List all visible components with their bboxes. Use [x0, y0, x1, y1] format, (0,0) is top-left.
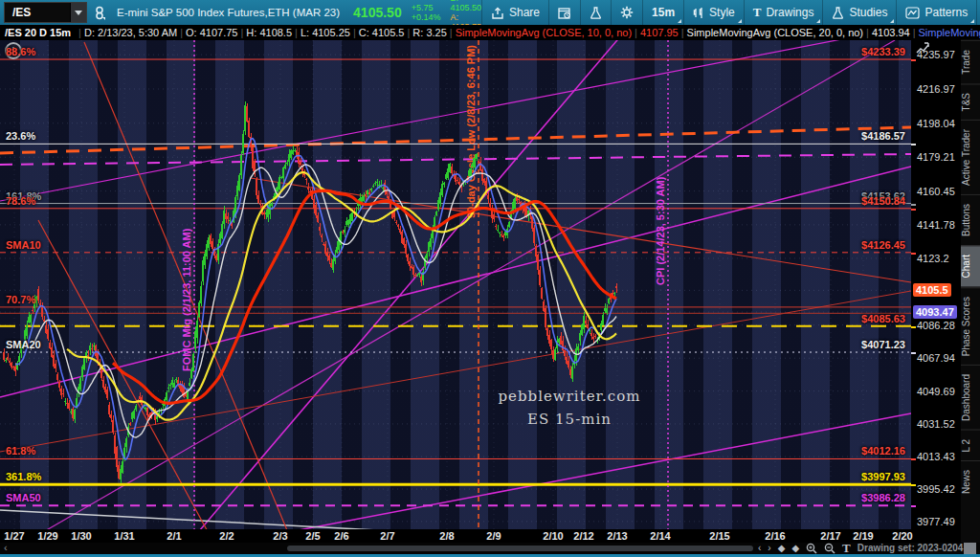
gear-icon	[620, 6, 634, 19]
sidebar-tab-active-trader[interactable]: Active Trader	[961, 120, 980, 194]
axis-level-tick	[911, 505, 916, 507]
trendline[interactable]	[0, 154, 911, 165]
symbol-input[interactable]: /ES	[4, 2, 87, 23]
trendline[interactable]	[0, 510, 900, 529]
time-axis-tick: 2/9	[486, 530, 501, 542]
study-value: 4103.94	[872, 27, 910, 38]
calendar-clock-icon	[558, 7, 571, 19]
sidebar-tab-phase-scores[interactable]: Phase Scores	[961, 287, 980, 365]
style-button[interactable]: Style	[683, 0, 744, 25]
axis-level-tick	[911, 352, 916, 354]
zoom-in-icon[interactable]	[806, 543, 817, 554]
time-axis-tick: 2/7	[380, 530, 394, 542]
share-button[interactable]: Share	[481, 0, 548, 25]
time-axis-tick: 2/20	[892, 530, 912, 542]
pan-icon-2[interactable]: ◆	[791, 543, 799, 553]
drawing-set-label[interactable]: Drawing set: 2023-0204	[858, 543, 964, 553]
style-label: Style	[709, 6, 735, 19]
analyze-button[interactable]	[580, 0, 611, 25]
scroll-left-icon[interactable]: ‹	[4, 542, 8, 553]
sidebar-tab-dashboard[interactable]: Dashboard	[961, 365, 980, 430]
study-label[interactable]: SimpleMovingAvg ...	[919, 27, 980, 38]
ohlc-field: C: 4105.5	[359, 27, 405, 38]
time-axis-tick: 2/12	[573, 530, 593, 542]
last-price: 4105.50	[353, 5, 402, 20]
nav-left-icon[interactable]: ‹	[758, 543, 761, 553]
ohlc-field: D: 2/13/23, 5:30 AM	[84, 27, 177, 38]
price-axis-tick: 4067.94	[917, 352, 955, 364]
study-label[interactable]: SimpleMovingAvg (CLOSE, 10, 0, no)	[456, 27, 632, 38]
top-toolbar: /ES E-mini S&P 500 Index Futures,ETH (MA…	[0, 0, 980, 25]
trendline[interactable]	[251, 178, 911, 282]
share-label: Share	[509, 6, 540, 19]
price-axis-tick: 3977.49	[917, 516, 955, 527]
menu-button[interactable]	[976, 0, 980, 25]
price-axis-tick: 4179.21	[917, 151, 955, 163]
link-status-icon[interactable]	[95, 6, 105, 20]
price-axis-tick: 4049.69	[917, 386, 955, 397]
trendline[interactable]	[0, 40, 857, 201]
symbol-dropdown-button[interactable]	[70, 3, 86, 22]
axis-level-tick	[911, 204, 916, 206]
time-axis-tick: 2/17	[820, 530, 840, 542]
calendar-button[interactable]	[548, 0, 580, 25]
trendline[interactable]	[0, 291, 911, 452]
patterns-label: Patterns	[924, 6, 968, 19]
sidebar-tab-l-2[interactable]: L 2	[961, 430, 980, 461]
time-axis-tick: 2/3	[273, 530, 287, 542]
pan-icon-1[interactable]: ◆	[778, 543, 786, 553]
time-axis-tick: 2/6	[334, 530, 348, 542]
price-change: +5.75	[412, 3, 441, 12]
symbol-value[interactable]: /ES	[5, 6, 70, 19]
scrollbar-thumb[interactable]	[287, 546, 753, 551]
axis-level-tick	[911, 144, 916, 145]
time-axis[interactable]: 1/271/291/301/312/12/22/32/52/62/72/82/9…	[0, 529, 911, 543]
price-axis-tick: 4141.78	[917, 219, 955, 231]
settings-button[interactable]	[611, 0, 642, 25]
time-axis-tick: 2/8	[439, 530, 454, 542]
watermark-symbol: ES 15-min	[498, 408, 640, 431]
drawings-button[interactable]: T Drawings	[744, 0, 823, 25]
moving-average-line	[67, 172, 616, 420]
timeframe-button[interactable]: 15m	[642, 0, 683, 25]
patterns-button[interactable]: Patterns	[896, 0, 976, 25]
ohlc-field: O: 4107.75	[186, 27, 237, 38]
text-tool-icon: T	[753, 5, 762, 20]
price-axis-tick: 4198.04	[917, 118, 955, 129]
watermark-site: pebblewriter.com	[498, 385, 640, 408]
trendline[interactable]	[177, 40, 622, 529]
sidebar-tab-t-s[interactable]: T&S	[961, 83, 980, 120]
sidebar-tabs: TradeT&SActive TraderButtonsChartPhase S…	[961, 40, 980, 554]
time-axis-tick: 2/19	[853, 530, 873, 542]
trendline[interactable]	[0, 167, 911, 397]
axis-level-tick	[911, 458, 916, 460]
sidebar-tab-news[interactable]: News	[961, 460, 980, 502]
ohlc-field: H: 4108.5	[246, 27, 292, 38]
time-axis-tick: 2/16	[765, 530, 785, 542]
zoom-out-icon[interactable]	[824, 543, 835, 554]
trendline[interactable]	[158, 413, 911, 529]
trendline[interactable]	[0, 127, 911, 153]
studies-button[interactable]: Studies	[822, 0, 896, 25]
axis-level-tick	[911, 209, 916, 211]
nav-right-icon[interactable]: ›	[768, 543, 770, 553]
patterns-icon	[905, 7, 920, 19]
axis-level-tick	[911, 253, 916, 255]
sidebar-tab-trade[interactable]: Trade	[961, 40, 980, 83]
candlestick-chart[interactable]: FOMC Mtg (2/1/23, 11:00 AM)90-day Cycle …	[0, 40, 911, 529]
resize-handle[interactable]	[964, 543, 976, 554]
drawings-label: Drawings	[766, 6, 813, 19]
chart-title: /ES 20 D 15m	[0, 27, 76, 38]
price-axis-tick: 4013.43	[917, 451, 955, 462]
price-axis-tick: 4123.2	[917, 253, 949, 264]
sidebar-tab-chart[interactable]: Chart	[961, 245, 980, 286]
chart-plot[interactable]: FOMC Mtg (2/1/23, 11:00 AM)90-day Cycle …	[0, 40, 911, 529]
thinkorswim-window: /ES E-mini S&P 500 Index Futures,ETH (MA…	[0, 0, 980, 557]
event-vline-label: CPI (2/14/23, 5:30 AM)	[655, 176, 666, 285]
alert-icon[interactable]: !	[5, 42, 22, 59]
ohlc-field: R: 3.25	[412, 27, 446, 38]
sidebar-tab-buttons[interactable]: Buttons	[961, 194, 980, 245]
price-axis[interactable]: 4235.974216.974198.044179.214160.454141.…	[911, 40, 961, 554]
price-axis-tick: 4235.97	[917, 49, 955, 60]
study-label[interactable]: SimpleMovingAvg (CLOSE, 20, 0, no)	[687, 27, 863, 38]
